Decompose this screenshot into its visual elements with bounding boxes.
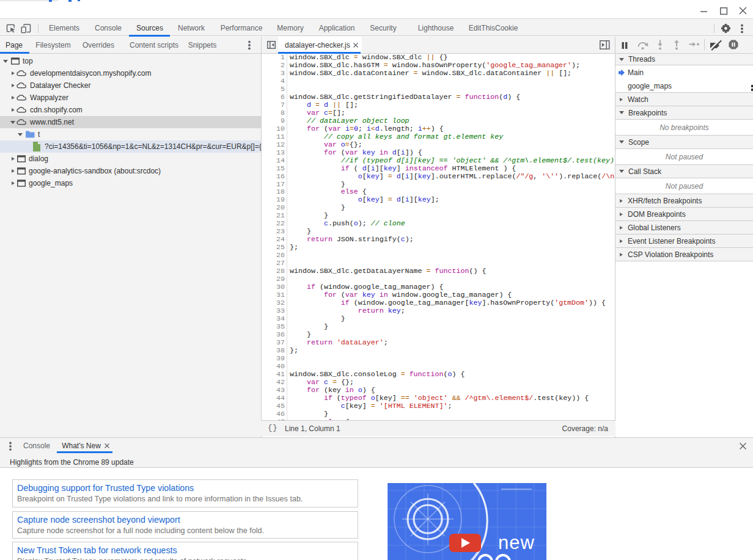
svg-text:new: new — [498, 532, 535, 553]
